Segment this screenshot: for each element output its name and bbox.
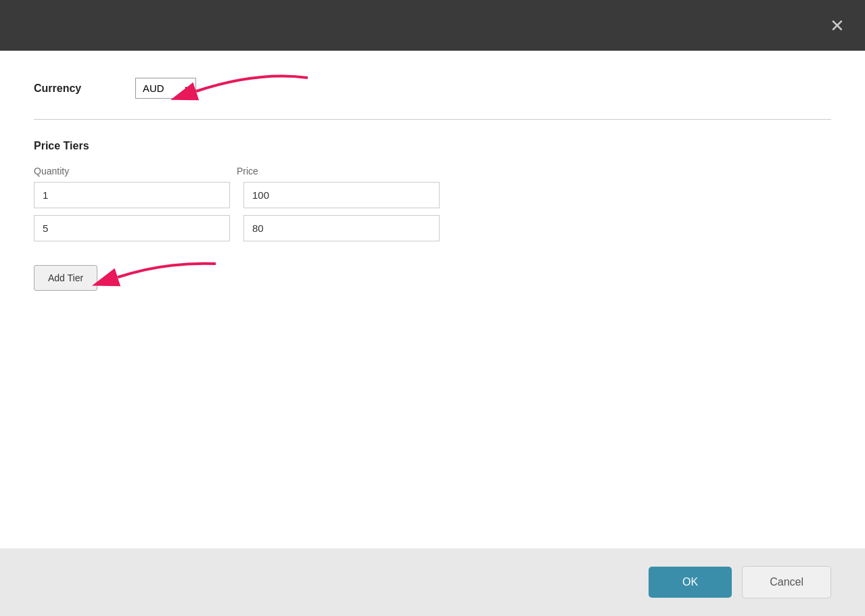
currency-arrow-annotation: [189, 71, 311, 114]
price-input-2[interactable]: [243, 215, 440, 241]
add-tier-area: Add Tier: [34, 258, 831, 298]
main-content: Currency AUD USD EUR GBP JPY CAD NZD: [0, 51, 865, 548]
quantity-input-2[interactable]: [34, 215, 230, 241]
ok-button[interactable]: OK: [649, 567, 732, 598]
price-tiers-title: Price Tiers: [34, 140, 831, 152]
tiers-header: Quantity Price: [34, 166, 831, 176]
price-input-1[interactable]: [243, 182, 440, 208]
section-divider: [34, 119, 831, 120]
currency-select[interactable]: AUD USD EUR GBP JPY CAD NZD: [135, 78, 196, 99]
quantity-column-header: Quantity: [34, 166, 237, 176]
currency-row: Currency AUD USD EUR GBP JPY CAD NZD: [34, 78, 831, 99]
tier-row: [34, 182, 831, 208]
top-bar: ✕: [0, 0, 865, 51]
price-column-header: Price: [237, 166, 440, 176]
price-tiers-section: Price Tiers Quantity Price Add Tier: [34, 140, 831, 298]
quantity-input-1[interactable]: [34, 182, 230, 208]
currency-label: Currency: [34, 82, 115, 95]
cancel-button[interactable]: Cancel: [742, 566, 831, 598]
tier-row: [34, 215, 831, 241]
bottom-bar: OK Cancel: [0, 548, 865, 616]
add-tier-arrow-annotation: [111, 258, 219, 298]
add-tier-button[interactable]: Add Tier: [34, 265, 97, 291]
close-button[interactable]: ✕: [830, 17, 845, 34]
currency-select-wrapper: AUD USD EUR GBP JPY CAD NZD: [135, 78, 196, 99]
